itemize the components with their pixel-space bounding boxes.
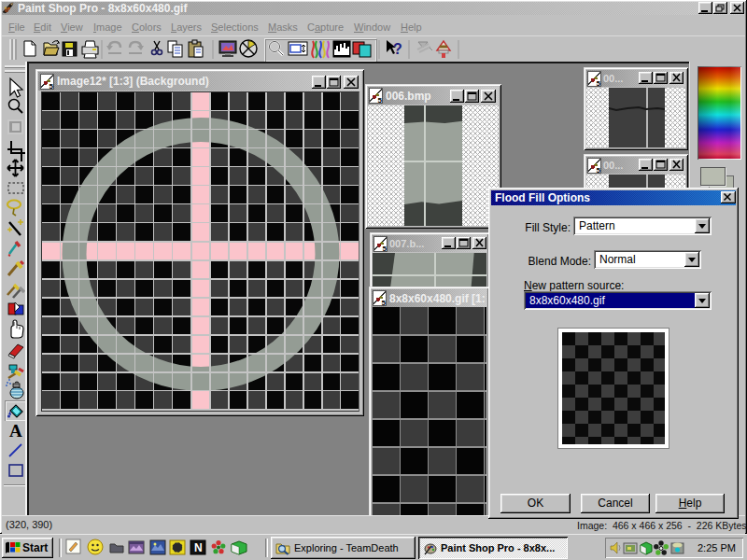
svg-text:A: A [9,421,22,441]
svg-text:?: ? [393,41,402,57]
svg-text:N: N [194,541,203,554]
